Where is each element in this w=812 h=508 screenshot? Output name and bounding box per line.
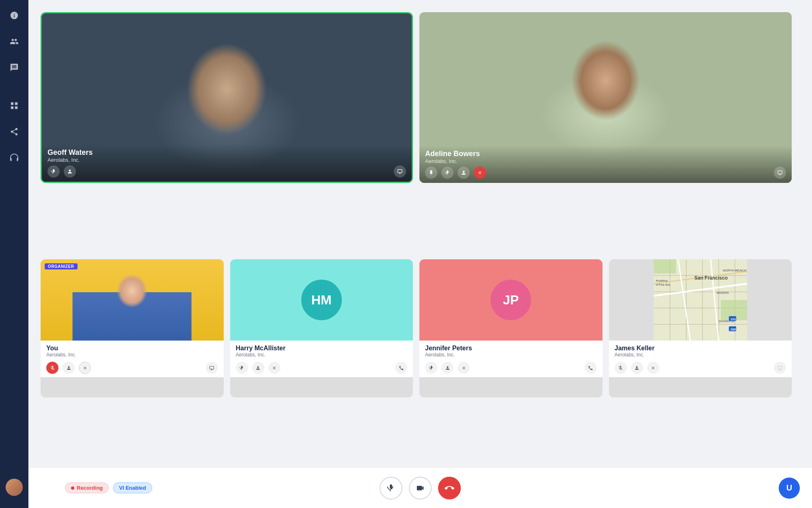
you-person-btn[interactable] [63,362,75,374]
you-name: You [46,345,218,352]
you-org: Aerolabs, Inc. [46,352,218,358]
geoff-screen-btn[interactable] [394,165,406,178]
toggle-video-button[interactable] [409,477,432,499]
you-mic-btn[interactable] [46,362,58,374]
geoff-overlay: Geoff Waters Aerolabs, Inc. [42,144,412,182]
you-info: You Aerolabs, Inc. [41,341,224,377]
chat-icon[interactable] [7,60,22,75]
share-icon[interactable] [7,124,22,139]
jennifer-org: Aerolabs, Inc. [425,352,597,358]
bottom-row: ORGANIZER You Aerolabs, Inc. [41,259,792,397]
harry-video-bg: HM [230,259,413,341]
tile-you: ORGANIZER You Aerolabs, Inc. [41,259,224,397]
video-grid: Geoff Waters Aerolabs, Inc. [28,0,812,467]
svg-text:Academy: Academy [656,279,668,282]
sidebar [0,0,28,508]
adeline-pin-btn[interactable] [425,167,437,179]
tile-adeline: Adeline Bowers Aerolabs, Inc. [419,12,792,183]
svg-text:MISSION: MISSION [717,291,729,294]
bottom-toolbar: Recording VI Enabled U [28,467,812,508]
jennifer-video-bg: JP [419,259,603,341]
james-screen-btn[interactable] [774,362,786,374]
svg-rect-14 [654,259,676,274]
adeline-close-btn[interactable] [474,167,486,179]
jennifer-mic-btn[interactable] [425,362,437,374]
harry-person-btn[interactable] [252,362,264,374]
top-row: Geoff Waters Aerolabs, Inc. [41,12,792,183]
organizer-badge: ORGANIZER [45,263,78,269]
james-close-btn[interactable] [647,362,659,374]
you-controls [46,362,218,374]
user-initial: U [786,483,792,493]
tile-jennifer: JP Jennifer Peters Aerolabs, Inc. [419,259,603,397]
grid-icon[interactable] [7,98,22,113]
end-call-button[interactable] [438,477,461,499]
recording-badge: Recording [65,482,109,493]
jennifer-controls [425,362,597,374]
headset-icon[interactable] [7,150,22,165]
jennifer-info: Jennifer Peters Aerolabs, Inc. [419,341,603,377]
jennifer-avatar: JP [490,280,531,320]
james-mic-btn[interactable] [615,362,627,374]
geoff-mic-btn[interactable] [48,165,60,178]
adeline-overlay: Adeline Bowers Aerolabs, Inc. [419,145,792,183]
tile-harry: HM Harry McAllister Aerolabs, Inc. [230,259,413,397]
svg-text:of Fine Arts: of Fine Arts [656,283,670,286]
geoff-controls [48,165,406,178]
you-video-bg: ORGANIZER [41,259,224,341]
jennifer-phone-btn[interactable] [585,362,597,374]
adeline-screen-btn[interactable] [774,167,786,179]
harry-phone-btn[interactable] [395,362,407,374]
svg-text:San Francisco: San Francisco [694,275,728,281]
info-icon[interactable] [7,8,22,23]
james-info: James Keller Aerolabs, Inc. [609,341,792,377]
harry-name: Harry McAllister [236,345,408,352]
james-controls [615,362,786,374]
harry-controls [236,362,408,374]
jennifer-close-btn[interactable] [458,362,470,374]
main-content: Geoff Waters Aerolabs, Inc. [28,0,812,508]
adeline-org: Aerolabs, Inc. [425,158,786,164]
harry-mic-btn[interactable] [236,362,248,374]
harry-close-btn[interactable] [268,362,281,374]
user-corner-avatar[interactable]: U [779,478,800,499]
jennifer-name: Jennifer Peters [425,345,597,352]
geoff-name: Geoff Waters [48,148,406,157]
adeline-person-btn[interactable] [458,167,470,179]
jennifer-person-btn[interactable] [441,362,454,374]
james-video-bg: San Francisco NORTH BEACH Academy of Fin… [609,259,792,341]
svg-text:101: 101 [730,317,736,321]
adeline-name: Adeline Bowers [425,150,786,158]
harry-info: Harry McAllister Aerolabs, Inc. [230,341,413,377]
harry-org: Aerolabs, Inc. [236,352,408,358]
harry-avatar: HM [301,280,342,320]
status-badges: Recording VI Enabled [65,482,152,493]
james-person-btn[interactable] [631,362,643,374]
people-icon[interactable] [7,34,22,49]
vi-label: VI Enabled [119,485,146,491]
vi-badge: VI Enabled [113,482,152,493]
svg-text:NORTH BEACH: NORTH BEACH [723,269,746,272]
adeline-mic-btn[interactable] [441,167,454,179]
you-close-btn[interactable] [79,362,91,374]
geoff-person-btn[interactable] [64,165,76,178]
user-avatar-sidebar[interactable] [6,479,23,496]
you-screen-btn[interactable] [206,362,218,374]
james-name: James Keller [615,345,786,352]
recording-dot [71,486,74,490]
mute-mic-button[interactable] [380,477,402,499]
geoff-org: Aerolabs, Inc. [48,157,406,163]
tile-geoff: Geoff Waters Aerolabs, Inc. [41,12,413,183]
tile-james: San Francisco NORTH BEACH Academy of Fin… [609,259,792,397]
svg-text:280: 280 [730,328,736,331]
james-org: Aerolabs, Inc. [615,352,786,358]
recording-label: Recording [77,485,103,491]
adeline-controls [425,167,786,179]
